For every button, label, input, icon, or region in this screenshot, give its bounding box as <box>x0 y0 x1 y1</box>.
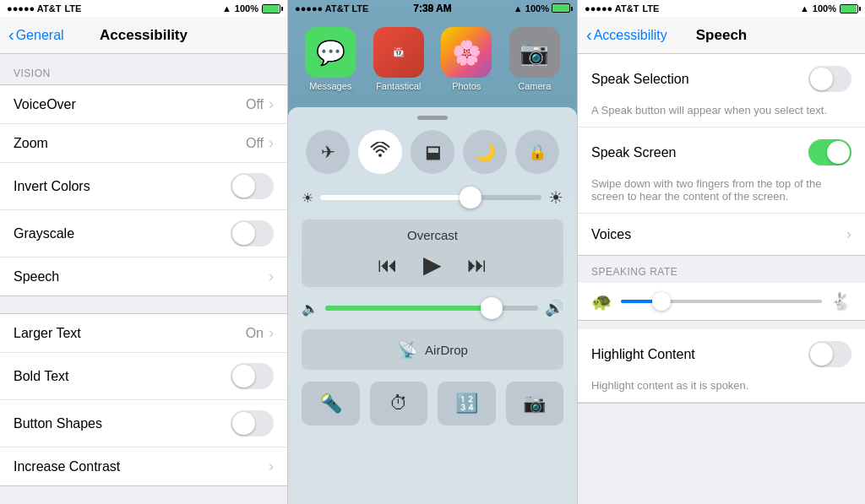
airplane-mode-button[interactable]: ✈ <box>306 130 350 174</box>
volume-slider-track[interactable] <box>325 306 538 311</box>
media-controls: ⏮ ▶ ⏭ <box>315 251 550 279</box>
speech-back-label[interactable]: Accessibility <box>594 28 667 43</box>
highlight-content-row[interactable]: Highlight Content <box>578 329 865 379</box>
volume-slider-thumb[interactable] <box>481 297 503 319</box>
spacer-1 <box>0 296 287 313</box>
calculator-button[interactable]: 🔢 <box>438 382 496 425</box>
speed-fast-icon: 🐇 <box>830 291 851 312</box>
larger-text-chevron-icon: › <box>269 324 274 342</box>
messages-app-label: Messages <box>309 81 351 91</box>
screen-rotation-button[interactable]: 🔒 <box>515 130 559 174</box>
now-playing-section: Overcast ⏮ ▶ ⏭ <box>302 219 563 287</box>
cc-signal-icon: ▲ <box>514 3 523 14</box>
voiceover-value: Off <box>246 97 264 112</box>
speech-row[interactable]: Speech › <box>0 257 287 295</box>
button-shapes-toggle[interactable] <box>231 410 274 436</box>
back-chevron-icon: ‹ <box>8 25 14 45</box>
play-pause-button[interactable]: ▶ <box>423 251 442 279</box>
increase-contrast-row[interactable]: Increase Contrast › <box>0 447 287 485</box>
now-playing-title: Overcast <box>315 228 550 242</box>
fast-forward-button[interactable]: ⏭ <box>467 253 487 277</box>
grayscale-label: Grayscale <box>14 226 231 241</box>
highlight-content-label: Highlight Content <box>591 347 808 362</box>
button-shapes-row[interactable]: Button Shapes <box>0 400 287 447</box>
brightness-low-icon: ☀ <box>302 190 313 206</box>
grayscale-row[interactable]: Grayscale <box>0 210 287 257</box>
page-title-3: Speech <box>696 27 747 44</box>
bold-text-row[interactable]: Bold Text <box>0 353 287 400</box>
cc-drag-handle <box>417 116 448 120</box>
camera-app-label: Camera <box>518 81 551 91</box>
volume-slider-fill <box>325 306 492 311</box>
nav-bar-1: ‹ General Accessibility <box>0 17 287 54</box>
zoom-value: Off <box>246 136 264 151</box>
voices-row[interactable]: Voices › <box>578 214 865 255</box>
voiceover-chevron-icon: › <box>269 95 274 113</box>
grayscale-toggle[interactable] <box>231 220 274 247</box>
back-button[interactable]: ‹ General <box>8 25 64 45</box>
cc-time: 7:39 AM <box>413 3 452 14</box>
messages-app[interactable]: 💬 Messages <box>305 27 356 91</box>
invert-colors-toggle[interactable] <box>231 173 274 199</box>
speech-battery-icon <box>840 4 858 14</box>
cc-status-left: ●●●●● AT&T LTE <box>295 3 368 14</box>
larger-text-row[interactable]: Larger Text On › <box>0 314 287 353</box>
bluetooth-button[interactable]: ⬓ <box>411 130 454 174</box>
timer-button[interactable]: ⏱ <box>370 382 428 425</box>
brightness-high-icon: ☀ <box>548 187 563 208</box>
speak-selection-toggle[interactable] <box>808 66 851 92</box>
volume-low-icon: 🔈 <box>302 301 318 317</box>
speech-panel: ●●●●● AT&T LTE 7:38 AM ▲ 100% ‹ Accessib… <box>577 0 865 504</box>
wifi-icon <box>370 142 390 162</box>
speech-chevron-icon: › <box>269 268 274 285</box>
cc-network: LTE <box>351 3 368 14</box>
do-not-disturb-button[interactable]: 🌙 <box>463 130 507 174</box>
camera-app[interactable]: 📷 Camera <box>509 27 560 91</box>
highlight-content-toggle[interactable] <box>808 341 851 367</box>
battery-icon <box>262 4 280 14</box>
photos-app-icon: 🌸 <box>441 27 492 78</box>
button-shapes-label: Button Shapes <box>14 416 231 431</box>
airdrop-button[interactable]: 📡 AirDrop <box>302 329 563 370</box>
control-center-content: ✈ ⬓ 🌙 🔒 ☀ ☀ Overcast <box>288 107 577 504</box>
volume-slider-row: 🔈 🔊 <box>302 299 563 317</box>
highlight-content-desc: Highlight content as it is spoken. <box>578 379 865 403</box>
brightness-slider-track[interactable] <box>320 195 541 200</box>
brightness-slider-thumb[interactable] <box>460 187 481 209</box>
highlight-content-group: Highlight Content Highlight content as i… <box>578 329 865 404</box>
speak-selection-row[interactable]: Speak Selection <box>578 54 865 104</box>
bold-text-toggle[interactable] <box>231 363 274 389</box>
messages-app-icon: 💬 <box>305 27 356 78</box>
zoom-row[interactable]: Zoom Off › <box>0 124 287 163</box>
back-label[interactable]: General <box>16 28 64 43</box>
speak-selection-label: Speak Selection <box>591 72 808 87</box>
invert-colors-row[interactable]: Invert Colors <box>0 163 287 210</box>
cc-battery-icon <box>552 3 570 13</box>
speech-settings-content: Speak Selection A Speak button will appe… <box>578 54 865 504</box>
interaction-settings-group: Larger Text On › Bold Text Button Shapes… <box>0 313 287 486</box>
fantastical-app[interactable]: 📆 Fantastical <box>373 27 424 91</box>
speaking-rate-slider-track[interactable] <box>621 300 822 303</box>
speech-back-button[interactable]: ‹ Accessibility <box>586 25 667 45</box>
brightness-slider-fill <box>320 195 471 200</box>
photos-app[interactable]: 🌸 Photos <box>441 27 492 91</box>
speech-label: Speech <box>14 269 269 285</box>
voices-label: Voices <box>591 227 846 242</box>
signal-arrow: ▲ <box>222 3 231 14</box>
speak-screen-row[interactable]: Speak Screen <box>578 127 865 177</box>
control-center-panel: ●●●●● AT&T LTE 7:39 AM ▲ 100% 💬 Messages… <box>288 0 577 504</box>
photos-app-label: Photos <box>452 81 481 91</box>
speech-signal-icon: ▲ <box>800 3 809 14</box>
voiceover-row[interactable]: VoiceOver Off › <box>0 85 287 124</box>
camera-shortcut-button[interactable]: 📷 <box>506 382 564 425</box>
speak-screen-toggle[interactable] <box>808 139 851 165</box>
status-left: ●●●●● AT&T LTE <box>7 3 81 14</box>
rewind-button[interactable]: ⏮ <box>378 253 398 277</box>
flashlight-button[interactable]: 🔦 <box>302 382 360 425</box>
status-bar-1: ●●●●● AT&T LTE 7:38 AM ▲ 100% <box>0 0 287 17</box>
speaking-rate-slider-row: 🐢 🐇 <box>578 283 865 321</box>
wifi-button[interactable] <box>358 130 402 174</box>
speak-selection-group: Speak Selection A Speak button will appe… <box>578 54 865 256</box>
speed-slow-icon: 🐢 <box>591 291 612 312</box>
speaking-rate-slider-thumb[interactable] <box>652 292 671 311</box>
